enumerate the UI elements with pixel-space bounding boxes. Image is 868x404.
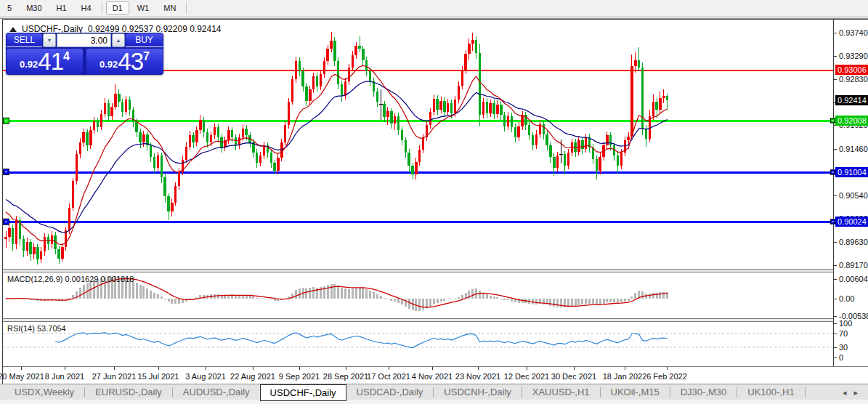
timeframe-button-MN[interactable]: MN <box>157 1 182 15</box>
volume-decrease-button[interactable]: ▼ <box>43 33 56 47</box>
date-axis-label: 4 Nov 2021 <box>412 372 453 381</box>
date-axis-tick <box>253 367 253 370</box>
date-axis-tick <box>625 367 625 370</box>
date-axis-label: 28 Sep 2021 <box>323 372 368 381</box>
tab-audusd-daily[interactable]: AUDUSD-,Daily <box>173 384 260 399</box>
tab-ukoil-m15[interactable]: UKOil-,M15 <box>601 384 670 399</box>
date-axis: 20 May 20218 Jun 202127 Jun 202115 Jul 2… <box>3 367 868 384</box>
tab-usdchf-daily[interactable]: USDCHF-,Daily <box>260 384 346 401</box>
timeframe-toolbar: 5M30H1H4D1W1MN <box>0 0 868 16</box>
rsi-axis-label: 0 <box>839 353 843 362</box>
rsi-axis-label: 100 <box>839 319 852 328</box>
badge-line-marker <box>830 219 835 225</box>
date-axis-tick <box>114 367 115 370</box>
volume-increase-button[interactable]: ▲ <box>112 33 125 47</box>
one-click-trading-panel: SELL ▼ 3.00 ▲ BUY 0.92414 0.92437 <box>6 33 163 75</box>
date-axis-tick <box>667 367 668 370</box>
tab-usdcnh-daily[interactable]: USDCNH-,Daily <box>434 384 521 399</box>
timeframe-button-D1[interactable]: D1 <box>106 1 129 15</box>
macd-main-value: 0.001629 <box>65 275 98 283</box>
tab-xauusd-h1[interactable]: XAUUSD-,H1 <box>522 384 600 399</box>
date-axis-tick <box>158 367 159 370</box>
macd-axis-tick <box>834 299 837 299</box>
price-axis-label: 0.89630 <box>839 238 868 246</box>
date-axis-label: 15 Jul 2021 <box>138 372 179 381</box>
price-line-badge[interactable]: 0.92008 <box>835 116 868 126</box>
date-axis-label: 6 Feb 2022 <box>646 372 687 381</box>
tab-uk100-h1[interactable]: UK100-,H1 <box>737 384 804 399</box>
tab-scroll-right-icon[interactable]: ▸ <box>853 388 858 397</box>
date-axis-label: 8 Jun 2021 <box>45 372 84 381</box>
timeframe-button-5[interactable]: 5 <box>1 1 18 15</box>
tab-usdcad-daily[interactable]: USDCAD-,Daily <box>346 384 434 399</box>
macd-axis-tick <box>834 316 837 317</box>
date-axis-label: 9 Sep 2021 <box>279 372 320 381</box>
sell-price-big: 41 <box>38 50 63 73</box>
price-axis-label: 0.90540 <box>839 191 868 200</box>
price-axis-label: 0.89170 <box>839 261 868 270</box>
current-price-badge: 0.92414 <box>835 95 868 105</box>
price-axis-tick <box>834 33 837 33</box>
macd-axis-label: 0.006045 <box>839 275 868 283</box>
sell-price-pip: 4 <box>63 50 70 63</box>
rsi-axis-tick <box>834 323 837 324</box>
macd-label: MACD(12,26,9) 0.001629 0.001818 <box>7 275 134 283</box>
sell-price-base: 0.92 <box>20 59 38 70</box>
rsi-pane[interactable] <box>3 322 833 366</box>
date-axis-tick <box>574 367 575 370</box>
date-axis-tick <box>299 367 300 370</box>
buy-price-button[interactable]: 0.92437 <box>86 49 163 74</box>
sell-price-button[interactable]: 0.92414 <box>7 49 83 74</box>
tab-separator <box>805 387 806 397</box>
date-axis-tick <box>432 367 433 370</box>
timeframe-button-M30[interactable]: M30 <box>20 1 48 15</box>
buy-price-pip: 7 <box>143 50 150 63</box>
panel-toggle-icon[interactable] <box>9 27 17 32</box>
tab-eurusd-daily[interactable]: EURUSD-,Daily <box>85 384 172 399</box>
rsi-axis-tick <box>834 357 837 358</box>
price-axis-label: 0.93740 <box>839 28 868 37</box>
date-axis-label: 12 Dec 2021 <box>504 372 549 381</box>
toolbar-separator <box>102 2 102 14</box>
timeframe-button-H1[interactable]: H1 <box>50 1 73 15</box>
macd-axis-tick <box>834 279 837 280</box>
price-line-badge[interactable]: 0.91004 <box>835 167 868 177</box>
date-axis-label: 30 Dec 2021 <box>551 372 596 381</box>
date-axis-label: 3 Aug 2021 <box>185 372 226 381</box>
volume-input[interactable]: 3.00 <box>57 33 111 47</box>
timeframe-button-W1[interactable]: W1 <box>131 1 156 15</box>
date-axis-tick <box>346 367 346 370</box>
date-axis-tick <box>206 367 206 370</box>
timeframe-button-H4[interactable]: H4 <box>75 1 98 15</box>
date-axis-label: 23 Nov 2021 <box>455 372 500 381</box>
symbol-tabbar: USDX,WeeklyEURUSD-,DailyAUDUSD-,DailyUSD… <box>0 384 868 404</box>
price-axis-label: 0.92830 <box>839 75 868 84</box>
sell-button[interactable]: SELL <box>7 33 42 47</box>
price-line-badge[interactable]: 0.90024 <box>835 217 868 227</box>
price-axis-tick <box>834 79 837 80</box>
terminal-window: 5M30H1H4D1W1MN USDCHF-,Daily 0.92499 0.9… <box>0 0 868 404</box>
macd-signal-value: 0.001818 <box>100 275 134 283</box>
rsi-value: 53.7054 <box>37 324 66 333</box>
macd-axis-label: 0.00 <box>839 294 854 303</box>
buy-price-base: 0.92 <box>100 59 118 70</box>
price-line-badge[interactable]: 0.93006 <box>835 65 868 75</box>
buy-button[interactable]: BUY <box>126 33 163 47</box>
rsi-axis-tick <box>834 334 837 334</box>
date-axis-label: 27 Jun 2021 <box>92 372 137 381</box>
tab-scroll-left-icon[interactable]: ◂ <box>843 388 847 397</box>
date-axis-tick <box>527 367 527 370</box>
date-axis-label: 22 Aug 2021 <box>230 372 275 381</box>
toolbar-separator <box>186 2 187 14</box>
tab-usdx-weekly[interactable]: USDX,Weekly <box>4 384 84 399</box>
date-axis-label: 20 May 2021 <box>0 372 44 381</box>
buy-price-big: 43 <box>118 50 143 73</box>
badge-line-marker <box>830 118 835 124</box>
rsi-axis-tick <box>834 347 837 348</box>
rsi-label: RSI(14) 53.7054 <box>7 324 66 333</box>
arrow-up-icon: ▲ <box>116 38 121 43</box>
date-axis-tick <box>478 367 479 370</box>
price-axis-tick <box>834 195 837 196</box>
price-axis-tick <box>834 149 837 150</box>
tab-dj30-m30[interactable]: DJ30-,M30 <box>670 384 737 399</box>
